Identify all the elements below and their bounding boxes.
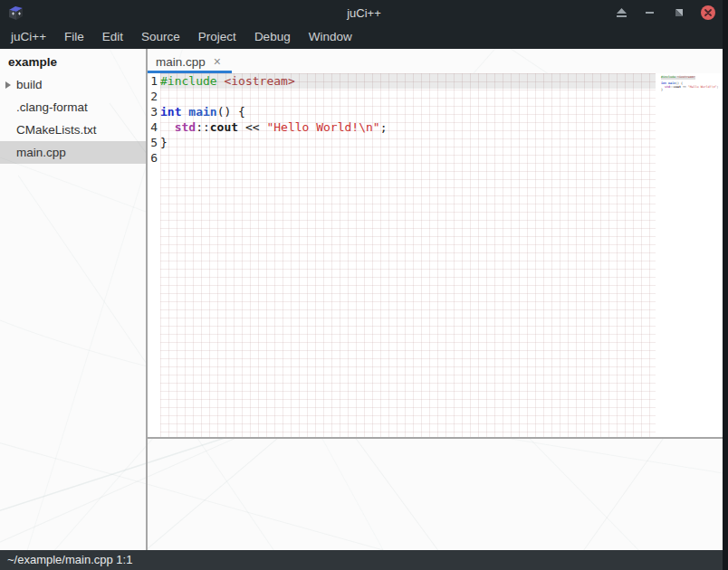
minimize-button[interactable] <box>639 3 661 23</box>
close-circle-icon <box>700 5 716 21</box>
minimap-line: #include <iostream> <box>661 76 695 80</box>
line-number: 6 <box>148 150 158 166</box>
juci-logo-icon <box>7 5 25 21</box>
menu-item-file[interactable]: File <box>55 25 93 49</box>
statusbar: ~/example/main.cpp 1:1 <box>0 550 728 570</box>
eject-icon <box>616 8 627 18</box>
menu-item-project[interactable]: Project <box>189 25 245 49</box>
menu-item-juci[interactable]: juCi++ <box>2 25 55 49</box>
content: example build.clang-formatCMakeLists.txt… <box>0 49 728 550</box>
sidebar-item-cmakelists-txt[interactable]: CMakeLists.txt <box>0 119 146 141</box>
close-icon[interactable]: × <box>214 54 221 68</box>
menu-item-debug[interactable]: Debug <box>245 25 300 49</box>
titlebar[interactable]: juCi++ <box>0 0 728 25</box>
tree-item-label: main.cpp <box>16 146 66 159</box>
file-tree-sidebar: example build.clang-formatCMakeLists.txt… <box>0 49 148 550</box>
window-controls <box>610 3 728 23</box>
tree-item-label: CMakeLists.txt <box>16 123 97 137</box>
close-button[interactable] <box>697 3 719 23</box>
minimap-line <box>661 92 663 96</box>
code-line <box>160 150 656 166</box>
minimap-line: std::cout << "Hello World!\n"; <box>661 86 719 90</box>
line-number-gutter: 123456 <box>148 73 160 437</box>
menu-item-edit[interactable]: Edit <box>93 25 132 49</box>
tab-main-cpp[interactable]: main.cpp × <box>148 49 232 73</box>
tree-item-label: build <box>16 78 43 91</box>
minimap[interactable]: #include <iostream> int main() { std::co… <box>659 73 728 437</box>
shade-button[interactable] <box>610 3 632 23</box>
main-area: main.cpp × 123456 #include <iostream> in… <box>148 49 728 550</box>
code-line: } <box>160 135 656 150</box>
juci-window: juCi++ <box>0 0 728 570</box>
line-number: 1 <box>148 73 158 89</box>
menubar: juCi++FileEditSourceProjectDebugWindow <box>0 25 728 49</box>
window-right-edge <box>723 0 728 570</box>
sidebar-item-clang-format[interactable]: .clang-format <box>0 96 146 119</box>
sidebar-item-main-cpp[interactable]: main.cpp <box>0 141 146 164</box>
menu-item-window[interactable]: Window <box>300 25 361 49</box>
file-tree: build.clang-formatCMakeLists.txtmain.cpp <box>0 73 146 164</box>
menu-item-source[interactable]: Source <box>132 25 189 49</box>
code-area[interactable]: #include <iostream> int main() { std::co… <box>160 73 656 437</box>
line-number: 4 <box>148 119 158 135</box>
minus-icon <box>646 8 655 17</box>
restore-icon <box>675 8 684 17</box>
project-root-label[interactable]: example <box>0 52 146 73</box>
tree-item-label: .clang-format <box>16 100 88 114</box>
terminal-panel[interactable] <box>148 439 728 550</box>
code-line <box>160 89 656 104</box>
code-line: int main() { <box>160 104 656 119</box>
code-editor[interactable]: 123456 #include <iostream> int main() { … <box>148 73 728 437</box>
sidebar-item-build[interactable]: build <box>0 73 146 96</box>
line-number: 3 <box>148 104 158 119</box>
tabbar: main.cpp × <box>148 49 728 73</box>
line-number: 2 <box>148 89 158 104</box>
code-line: std::cout << "Hello World!\n"; <box>160 119 656 135</box>
chevron-right-icon[interactable] <box>0 81 16 89</box>
tab-label: main.cpp <box>156 54 206 69</box>
restore-button[interactable] <box>668 3 690 23</box>
code-line: #include <iostream> <box>160 73 656 89</box>
line-number: 5 <box>148 135 158 150</box>
